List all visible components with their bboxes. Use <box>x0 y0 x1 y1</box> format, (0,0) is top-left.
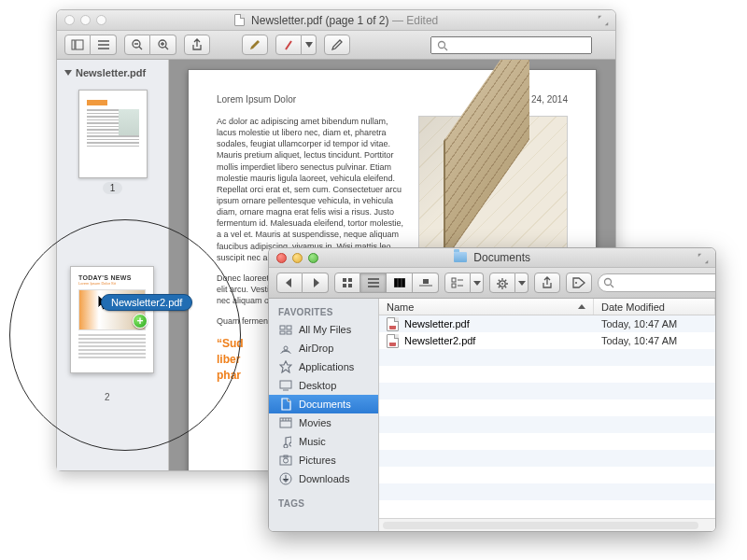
highlight-button[interactable] <box>275 35 302 55</box>
svg-rect-18 <box>280 331 285 334</box>
preview-search-input[interactable] <box>430 36 592 54</box>
sidebar-item-downloads[interactable]: Downloads <box>269 469 378 488</box>
drag-thumb-number: 2 <box>105 392 110 402</box>
svg-rect-19 <box>287 331 291 334</box>
sidebar-item-label: All My Files <box>299 324 351 335</box>
svg-point-4 <box>439 41 445 48</box>
file-date: Today, 10:47 AM <box>594 335 715 346</box>
search-icon <box>603 277 614 288</box>
empty-row <box>379 349 715 366</box>
sidebar-item-airdrop[interactable]: AirDrop <box>269 339 378 357</box>
action-menu-button[interactable] <box>515 273 529 293</box>
sidebar-item-label: Downloads <box>299 473 349 484</box>
action-button[interactable] <box>489 273 515 293</box>
fullscreen-icon[interactable] <box>597 14 610 27</box>
view-thumbnails-button[interactable] <box>64 35 91 55</box>
sidebar-item-applications[interactable]: Applications <box>269 357 378 376</box>
nav-segment <box>276 273 329 293</box>
list-rows: Newsletter.pdf Today, 10:47 AM Newslette… <box>379 315 715 518</box>
tags-button[interactable] <box>566 273 592 293</box>
column-header-name[interactable]: Name <box>379 299 594 315</box>
sidebar-item-pictures[interactable]: Pictures <box>269 451 378 469</box>
sidebar-item-all-my-files[interactable]: All My Files <box>269 320 378 339</box>
scrollbar-thumb[interactable] <box>383 531 618 532</box>
sidebar-file-header[interactable]: Newsletter.pdf <box>57 65 168 80</box>
sidebar-item-label: Applications <box>299 361 354 372</box>
sidebar-item-desktop[interactable]: Desktop <box>269 376 378 395</box>
fullscreen-icon[interactable] <box>697 252 710 265</box>
pdf-file-icon <box>387 317 399 331</box>
thumbnail-number: 1 <box>103 182 123 194</box>
svg-point-13 <box>501 283 503 285</box>
file-row[interactable]: Newsletter2.pdf Today, 10:47 AM <box>379 332 715 349</box>
share-button[interactable] <box>534 273 560 293</box>
share-button[interactable] <box>184 35 210 55</box>
zoom-out-button[interactable] <box>124 35 150 55</box>
action-segment <box>489 273 529 293</box>
copy-badge-icon: + <box>133 314 148 329</box>
svg-rect-9 <box>423 279 429 284</box>
sidebar-item-movies[interactable]: Movies <box>269 413 378 432</box>
title-filename: Newsletter.pdf <box>251 14 322 27</box>
sidebar-item-music[interactable]: Music <box>269 432 378 451</box>
column-view-button[interactable] <box>387 273 413 293</box>
highlight-menu-button[interactable] <box>302 35 317 55</box>
svg-rect-0 <box>72 40 75 49</box>
sidebar-favorites-header: FAVORITES <box>269 304 378 320</box>
svg-point-14 <box>575 282 577 284</box>
finder-title: Documents <box>269 251 715 264</box>
preview-titlebar[interactable]: Newsletter.pdf (page 1 of 2) — Edited <box>57 10 615 31</box>
disclosure-triangle-icon[interactable] <box>64 70 72 76</box>
finder-search-input[interactable] <box>598 273 716 292</box>
list-view-button[interactable] <box>360 273 387 293</box>
empty-row <box>379 500 715 517</box>
edit-toolbar-button[interactable] <box>324 35 350 55</box>
sidebar-item-label: Documents <box>299 399 351 410</box>
annotate-button[interactable] <box>242 35 268 55</box>
sidebar-item-label: Desktop <box>299 380 336 391</box>
sidebar-tags-header: TAGS <box>269 496 378 511</box>
svg-rect-11 <box>452 284 456 287</box>
view-mode-segment <box>64 35 117 55</box>
sort-ascending-icon <box>578 304 585 309</box>
arrange-segment <box>444 273 484 293</box>
finder-sidebar: FAVORITES All My Files AirDrop Applicati… <box>269 299 379 531</box>
svg-rect-6 <box>348 278 352 282</box>
coverflow-view-button[interactable] <box>413 273 439 293</box>
finder-search <box>598 273 716 292</box>
finder-file-list: Name Date Modified Newsletter.pdf Today,… <box>379 299 715 531</box>
zoom-in-button[interactable] <box>150 35 176 55</box>
svg-rect-21 <box>280 381 291 388</box>
empty-row <box>379 450 715 467</box>
title-page-indicator: (page 1 of 2) <box>325 14 388 27</box>
page-thumbnail-1[interactable]: 1 <box>78 90 148 194</box>
sidebar-item-label: Movies <box>299 417 331 428</box>
markup-segment <box>275 35 317 55</box>
empty-row <box>379 483 715 500</box>
sidebar-item-documents[interactable]: Documents <box>269 395 378 413</box>
svg-point-24 <box>284 458 289 463</box>
forward-button[interactable] <box>303 273 329 293</box>
icon-view-button[interactable] <box>334 273 360 293</box>
document-icon <box>234 14 245 26</box>
arrange-menu-button[interactable] <box>471 273 484 293</box>
horizontal-scrollbar[interactable] <box>379 518 715 531</box>
view-list-button[interactable] <box>91 35 117 55</box>
back-button[interactable] <box>276 273 303 293</box>
svg-rect-16 <box>280 326 285 329</box>
title-edited-indicator: — Edited <box>392 14 438 27</box>
preview-search <box>430 36 608 54</box>
zoom-segment <box>124 35 176 55</box>
empty-row <box>379 416 715 433</box>
list-header: Name Date Modified <box>379 299 715 315</box>
finder-window: Documents FAVORITES <box>268 247 716 532</box>
preview-title: Newsletter.pdf (page 1 of 2) — Edited <box>57 14 615 27</box>
svg-point-15 <box>605 279 612 286</box>
finder-titlebar[interactable]: Documents <box>269 248 715 268</box>
arrange-button[interactable] <box>444 273 471 293</box>
empty-row <box>379 433 715 450</box>
svg-point-20 <box>284 346 288 350</box>
file-row[interactable]: Newsletter.pdf Today, 10:47 AM <box>379 315 715 332</box>
svg-rect-10 <box>452 278 456 282</box>
column-header-date[interactable]: Date Modified <box>594 299 715 315</box>
